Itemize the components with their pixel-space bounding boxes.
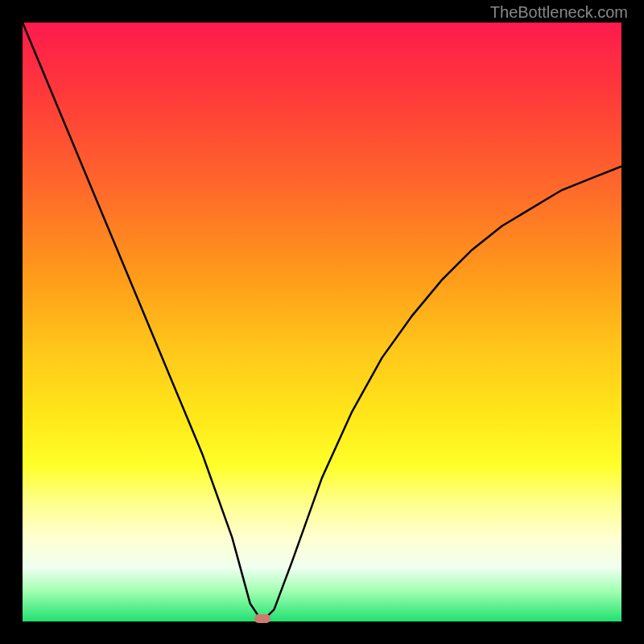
bottleneck-curve	[23, 23, 621, 621]
watermark-text: TheBottleneck.com	[490, 3, 628, 22]
chart-plot-area	[23, 23, 621, 621]
minimum-marker	[254, 614, 270, 623]
